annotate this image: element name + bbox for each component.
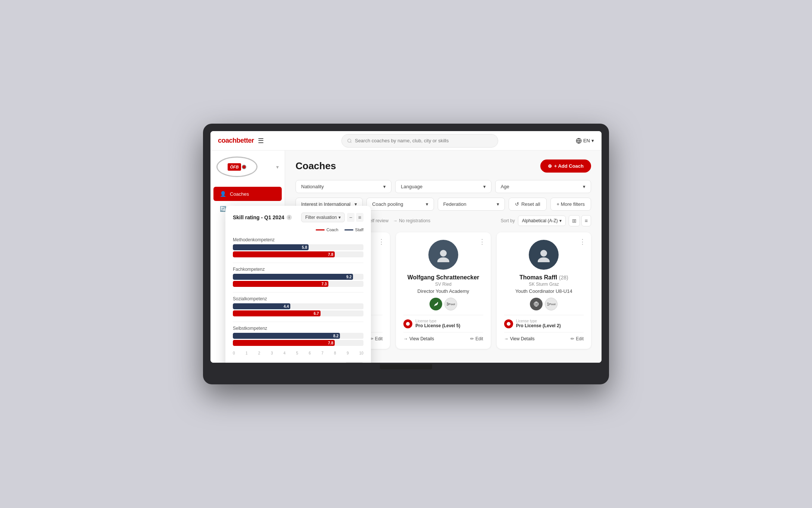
bar-fill-staff-1: 9.2 — [233, 274, 353, 280]
reset-icon: ↺ — [515, 201, 519, 207]
bar-val-coach-0: 7.8 — [328, 253, 333, 257]
bar-bg-coach-2: 6.7 — [233, 310, 363, 316]
badges-row-2: 3Pool — [403, 298, 483, 310]
skill-label-0: Methodenkompetenz — [233, 237, 363, 242]
older-button[interactable]: Older — [345, 362, 363, 363]
divider-0 — [233, 263, 363, 263]
filter-age[interactable]: Age ▾ — [495, 180, 591, 193]
chevron-language: ▾ — [483, 184, 486, 189]
chevron-sort: ▾ — [559, 218, 562, 223]
x-1: 1 — [246, 351, 248, 355]
svg-point-8 — [540, 250, 547, 257]
filter-language[interactable]: Language ▾ — [395, 180, 491, 193]
filter-nationality[interactable]: Nationality ▾ — [296, 180, 391, 193]
coach-card-2: ⋮ Wolfgang Schrattenecker SV Ried Direct… — [396, 232, 490, 349]
filter-language-label: Language — [401, 184, 422, 189]
popup-list-btn[interactable]: ≡ — [356, 213, 363, 222]
legend-staff: Staff — [344, 227, 363, 232]
more-filters-button[interactable]: + More filters — [550, 198, 591, 211]
license-info-3: License type Pro License (Level 2) — [516, 319, 584, 328]
filter-pooling-label: Coach pooling — [372, 201, 403, 207]
legend-coach-line — [316, 229, 325, 230]
bar-fill-coach-0: 7.8 — [233, 251, 335, 257]
logo-dropdown-icon[interactable]: ▾ — [276, 164, 279, 170]
x-7: 7 — [321, 351, 324, 355]
filters-row1: Nationality ▾ Language ▾ Age ▾ — [296, 180, 591, 193]
sort-value: Alphabetical (A-Z) — [522, 218, 558, 223]
bar-row-staff-2: 4.4 — [233, 303, 363, 309]
bar-bg-coach-3: 7.8 — [233, 340, 363, 346]
license-flag-2 — [403, 319, 412, 328]
hamburger-icon[interactable]: ☰ — [258, 137, 264, 145]
sidebar-item-coaches[interactable]: 👤 Coaches — [213, 187, 282, 201]
edit-btn-3[interactable]: ✏ Edit — [571, 336, 584, 341]
search-input[interactable] — [355, 138, 493, 143]
badge-pool-3: 1Pool — [545, 298, 558, 310]
popup-title: Skill rating - Q1 2024 i — [233, 214, 292, 220]
license-row-2: License type Pro License (Level 5) — [403, 315, 483, 328]
view-details-btn-2[interactable]: → View Details — [403, 336, 434, 341]
skill-group-2: Sozialkompetenz 4.4 6.7 — [233, 296, 363, 316]
bar-fill-staff-3: 8.2 — [233, 333, 340, 339]
edit-btn-2[interactable]: ✏ Edit — [470, 336, 483, 341]
sort-label: Sort by — [501, 218, 515, 223]
x-3: 3 — [271, 351, 273, 355]
sidebar-label-coaches: Coaches — [230, 191, 249, 197]
coach-avatar-3 — [529, 240, 559, 270]
bar-bg-staff-0: 5.8 — [233, 244, 363, 250]
bar-row-coach-1: 7.3 — [233, 281, 363, 287]
app-logo: coachbetter — [218, 137, 254, 145]
card-menu-2[interactable]: ⋮ — [479, 238, 485, 246]
add-coach-button[interactable]: ⊕ + Add Coach — [540, 159, 591, 173]
sort-select[interactable]: Alphabetical (A-Z) ▾ — [518, 216, 566, 226]
x-10: 10 — [359, 351, 363, 355]
language-selector[interactable]: EN ▾ — [576, 138, 594, 144]
chevron-age: ▾ — [583, 184, 585, 189]
badges-row-3: 1Pool — [504, 298, 584, 310]
grid-view-button[interactable]: ⊞ — [569, 215, 580, 226]
filter-nationality-label: Nationality — [301, 184, 324, 189]
chevron-pooling: ▾ — [426, 201, 428, 207]
license-row-3: License type Pro License (Level 2) — [504, 315, 584, 328]
bar-val-staff-1: 9.2 — [346, 275, 352, 279]
bar-bg-coach-0: 7.8 — [233, 251, 363, 257]
x-8: 8 — [334, 351, 336, 355]
bar-fill-staff-2: 4.4 — [233, 303, 290, 309]
list-view-button[interactable]: ≡ — [581, 215, 591, 226]
card-menu-1[interactable]: ⋮ — [378, 238, 385, 246]
x-6: 6 — [309, 351, 311, 355]
filter-evaluation-select[interactable]: Filter evaluation ▾ — [301, 213, 345, 222]
popup-minus-btn[interactable]: − — [347, 213, 355, 222]
skill-label-2: Sozialkompetenz — [233, 296, 363, 301]
skill-label-1: Fachkompetenz — [233, 267, 363, 272]
view-details-btn-3[interactable]: → View Details — [504, 336, 535, 341]
svg-point-11 — [507, 322, 510, 326]
x-axis: 0 1 2 3 4 5 6 7 8 9 10 — [233, 351, 363, 358]
card-menu-3[interactable]: ⋮ — [579, 238, 586, 246]
filter-tag-reg-label: No registrations — [399, 218, 430, 223]
badge-pool-2: 3Pool — [444, 298, 457, 310]
bar-row-staff-3: 8.2 — [233, 333, 363, 339]
filter-eval-label: Filter evaluation — [305, 215, 337, 220]
bar-fill-coach-1: 7.3 — [233, 281, 328, 287]
filter-tag-reg[interactable]: → No registrations — [393, 218, 430, 223]
edit-btn-1[interactable]: ✏ Edit — [370, 336, 383, 341]
reset-all-button[interactable]: ↺ Reset all — [509, 198, 547, 211]
filter-pooling[interactable]: Coach pooling ▾ — [366, 198, 434, 211]
coach-age-3: (28) — [559, 275, 568, 281]
view-toggles: ⊞ ≡ — [569, 215, 591, 226]
legend-coach: Coach — [316, 227, 338, 232]
skill-group-3: Selbstkompetenz 8.2 7.8 — [233, 326, 363, 346]
bar-row-coach-0: 7.8 — [233, 251, 363, 257]
legend-coach-label: Coach — [327, 227, 338, 232]
badge-globe-3 — [530, 298, 543, 310]
page-header: Coaches ⊕ + Add Coach — [296, 159, 591, 173]
filter-federation[interactable]: Federation ▾ — [438, 198, 505, 211]
coach-card-3: ⋮ Thomas Raffl (28) SK Sturm Graz — [497, 232, 591, 349]
license-type-label-3: License type — [516, 319, 584, 323]
divider-2 — [233, 322, 363, 322]
coach-name-3: Thomas Raffl (28) — [504, 274, 584, 281]
legend-staff-label: Staff — [355, 227, 363, 232]
skill-rating-popup: Skill rating - Q1 2024 i Filter evaluati… — [225, 206, 371, 363]
badge-leaf-2 — [430, 298, 442, 310]
